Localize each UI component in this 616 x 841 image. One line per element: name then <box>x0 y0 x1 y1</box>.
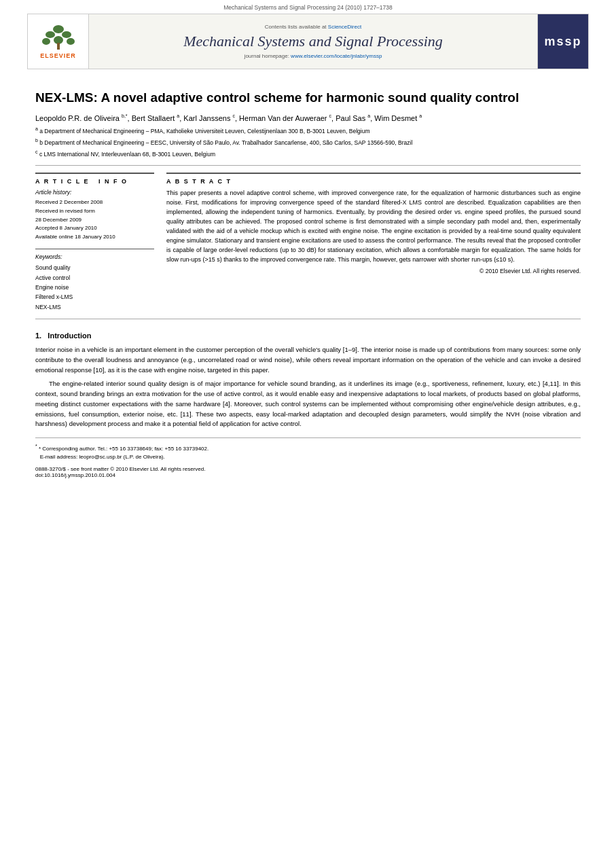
svg-point-1 <box>46 31 55 38</box>
keywords-label: Keywords: <box>35 253 154 260</box>
contents-available-line: Contents lists available at ScienceDirec… <box>265 24 361 30</box>
svg-point-0 <box>53 25 64 33</box>
abstract-section: A B S T R A C T This paper presents a no… <box>166 173 581 274</box>
corresponding-author-note: * * Corresponding author. Tel.: +55 16 3… <box>35 442 581 453</box>
article-title: NEX-LMS: A novel adaptive control scheme… <box>35 90 581 107</box>
journal-center-content: Contents lists available at ScienceDirec… <box>89 14 537 69</box>
journal-header: ELSEVIER Contents lists available at Sci… <box>27 14 589 69</box>
section-1-title: Introduction <box>48 332 91 340</box>
authors: Leopoldo P.R. de Oliveira b,*, Bert Stal… <box>35 113 581 122</box>
footer-divider <box>35 437 581 438</box>
keyword-1: Sound quality <box>35 263 154 272</box>
divider-after-affiliations <box>35 165 581 166</box>
main-content: NEX-LMS: A novel adaptive control scheme… <box>0 69 616 486</box>
elsevier-logo-section: ELSEVIER <box>28 14 89 69</box>
received-date: Received 2 December 2008 <box>35 198 154 207</box>
article-info-box: A R T I C L E I N F O Article history: R… <box>35 173 154 242</box>
copyright-line: © 2010 Elsevier Ltd. All rights reserved… <box>166 268 581 274</box>
left-column: A R T I C L E I N F O Article history: R… <box>35 173 154 312</box>
article-info-section-label: A R T I C L E I N F O <box>35 178 154 185</box>
accepted-date: Accepted 8 January 2010 <box>35 224 154 233</box>
revised-date: Received in revised form28 December 2009 <box>35 207 154 225</box>
elsevier-tree-icon <box>38 24 79 51</box>
keywords-list: Sound quality Active control Engine nois… <box>35 263 154 312</box>
elsevier-label: ELSEVIER <box>40 52 76 59</box>
svg-point-2 <box>62 31 71 38</box>
right-column: A B S T R A C T This paper presents a no… <box>166 173 581 312</box>
email-note: E-mail address: leopro@sc.usp.br (L.P. d… <box>35 453 581 462</box>
keyword-3: Engine noise <box>35 283 154 292</box>
journal-reference: Mechanical Systems and Signal Processing… <box>0 0 616 14</box>
svg-point-5 <box>67 38 75 45</box>
section-1-para-1: Interior noise in a vehicle is an import… <box>35 345 581 375</box>
section-1-number: 1. <box>35 332 41 340</box>
mssp-logo-text: mssp <box>544 35 581 49</box>
footer-notes: * * Corresponding author. Tel.: +55 16 3… <box>35 442 581 462</box>
divider-after-abstract <box>35 319 581 319</box>
article-dates: Received 2 December 2008 Received in rev… <box>35 198 154 242</box>
abstract-section-label: A B S T R A C T <box>166 178 581 185</box>
homepage-link[interactable]: www.elsevier.com/locate/jnlabr/ymssp <box>291 53 382 59</box>
mssp-logo-section: mssp <box>537 14 588 69</box>
footer-identifier: 0888-3270/$ - see front matter © 2010 El… <box>35 466 581 478</box>
journal-title: Mechanical Systems and Signal Processing <box>183 33 443 50</box>
sciencedirect-link[interactable]: ScienceDirect <box>328 24 361 30</box>
journal-homepage: journal homepage: www.elsevier.com/locat… <box>244 53 382 59</box>
available-date: Available online 18 January 2010 <box>35 233 154 242</box>
affiliations: a a Department of Mechanical Engineering… <box>35 126 581 158</box>
article-info-abstract-section: A R T I C L E I N F O Article history: R… <box>35 173 581 312</box>
section-1-para-2: The engine-related interior sound qualit… <box>35 379 581 429</box>
abstract-text: This paper presents a novel adaptive con… <box>166 189 581 265</box>
keyword-4: Filtered x-LMS <box>35 292 154 302</box>
svg-rect-6 <box>57 43 60 50</box>
section-1-heading: 1. Introduction <box>35 332 581 340</box>
keyword-2: Active control <box>35 273 154 283</box>
svg-point-3 <box>42 38 50 45</box>
article-history-label: Article history: <box>35 189 154 196</box>
keywords-section: Keywords: Sound quality Active control E… <box>35 249 154 312</box>
keyword-5: NEX-LMS <box>35 302 154 312</box>
